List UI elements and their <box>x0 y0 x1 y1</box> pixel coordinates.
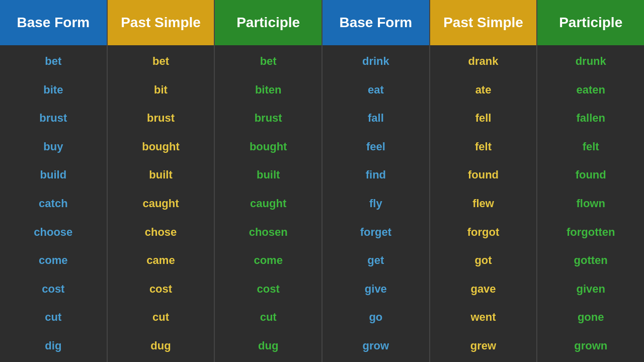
cell-3-9: go <box>324 303 428 332</box>
cell-5-9: gone <box>538 303 643 332</box>
col-body-4: drankatefellfeltfoundflewforgotgotgavewe… <box>430 45 537 362</box>
cell-4-9: went <box>431 303 536 332</box>
col-header-1: Past Simple <box>108 0 214 45</box>
col-body-1: betbitbrustboughtbuiltcaughtchosecamecos… <box>108 45 214 362</box>
cell-3-10: grow <box>324 331 428 360</box>
cell-4-8: gave <box>431 275 536 303</box>
cell-5-10: grown <box>538 331 643 360</box>
cell-2-8: cost <box>216 275 320 303</box>
cell-0-3: buy <box>1 133 106 161</box>
cell-1-1: bit <box>109 76 213 105</box>
cell-4-5: flew <box>431 190 536 218</box>
cell-5-4: found <box>538 161 643 190</box>
cell-5-0: drunk <box>538 47 643 76</box>
cell-1-10: dug <box>109 331 213 360</box>
cell-2-0: bet <box>216 47 320 76</box>
cell-2-3: bought <box>216 133 320 161</box>
cell-4-2: fell <box>431 104 536 133</box>
col-body-3: drinkeatfallfeelfindflyforgetgetgivegogr… <box>323 45 429 362</box>
cell-2-7: come <box>216 246 320 275</box>
cell-5-5: flown <box>538 190 643 218</box>
col-header-5: Participle <box>537 0 644 45</box>
column-3: Base Formdrinkeatfallfeelfindflyforgetge… <box>323 0 430 362</box>
cell-1-6: chose <box>109 218 213 246</box>
cell-3-0: drink <box>324 47 428 76</box>
cell-3-3: feel <box>324 133 428 161</box>
col-body-2: betbitenbrustboughtbuiltcaughtchosencome… <box>215 45 321 362</box>
cell-0-10: dig <box>1 331 106 360</box>
cell-3-6: forget <box>324 218 428 246</box>
cell-0-4: build <box>1 161 106 190</box>
cell-2-2: brust <box>216 104 320 133</box>
cell-5-7: gotten <box>538 246 643 275</box>
cell-1-4: built <box>109 161 213 190</box>
col-body-0: betbitebrustbuybuildcatchchoosecomecostc… <box>0 45 107 362</box>
cell-2-5: caught <box>216 190 320 218</box>
cell-5-6: forgotten <box>538 218 643 246</box>
cell-1-8: cost <box>109 275 213 303</box>
cell-0-0: bet <box>1 47 106 76</box>
cell-4-10: grew <box>431 331 536 360</box>
cell-2-6: chosen <box>216 218 320 246</box>
col-body-5: drunkeatenfallenfeltfoundflownforgotteng… <box>537 45 644 362</box>
cell-1-2: brust <box>109 104 213 133</box>
column-2: Participlebetbitenbrustboughtbuiltcaught… <box>215 0 323 362</box>
cell-5-1: eaten <box>538 76 643 105</box>
cell-2-9: cut <box>216 303 320 332</box>
cell-5-3: felt <box>538 133 643 161</box>
cell-2-1: biten <box>216 76 320 105</box>
cell-4-4: found <box>431 161 536 190</box>
cell-0-9: cut <box>1 303 106 332</box>
column-4: Past Simpledrankatefellfeltfoundflewforg… <box>430 0 538 362</box>
column-0: Base Formbetbitebrustbuybuildcatchchoose… <box>0 0 108 362</box>
cell-5-8: given <box>538 275 643 303</box>
col-header-2: Participle <box>215 0 321 45</box>
col-header-4: Past Simple <box>430 0 537 45</box>
cell-1-5: caught <box>109 190 213 218</box>
cell-4-3: felt <box>431 133 536 161</box>
column-5: Participledrunkeatenfallenfeltfoundflown… <box>537 0 644 362</box>
cell-2-10: dug <box>216 331 320 360</box>
col-header-0: Base Form <box>0 0 107 45</box>
cell-0-1: bite <box>1 76 106 105</box>
col-header-3: Base Form <box>323 0 429 45</box>
cell-3-4: find <box>324 161 428 190</box>
main-table: Base Formbetbitebrustbuybuildcatchchoose… <box>0 0 644 362</box>
cell-3-2: fall <box>324 104 428 133</box>
cell-4-7: got <box>431 246 536 275</box>
cell-4-1: ate <box>431 76 536 105</box>
cell-0-5: catch <box>1 190 106 218</box>
cell-1-7: came <box>109 246 213 275</box>
cell-5-2: fallen <box>538 104 643 133</box>
cell-0-2: brust <box>1 104 106 133</box>
cell-3-8: give <box>324 275 428 303</box>
cell-1-0: bet <box>109 47 213 76</box>
cell-0-8: cost <box>1 275 106 303</box>
cell-4-6: forgot <box>431 218 536 246</box>
cell-3-7: get <box>324 246 428 275</box>
column-1: Past Simplebetbitbrustboughtbuiltcaughtc… <box>108 0 215 362</box>
cell-2-4: built <box>216 161 320 190</box>
cell-4-0: drank <box>431 47 536 76</box>
cell-1-3: bought <box>109 133 213 161</box>
cell-1-9: cut <box>109 303 213 332</box>
cell-0-6: choose <box>1 218 106 246</box>
cell-0-7: come <box>1 246 106 275</box>
cell-3-1: eat <box>324 76 428 105</box>
cell-3-5: fly <box>324 190 428 218</box>
